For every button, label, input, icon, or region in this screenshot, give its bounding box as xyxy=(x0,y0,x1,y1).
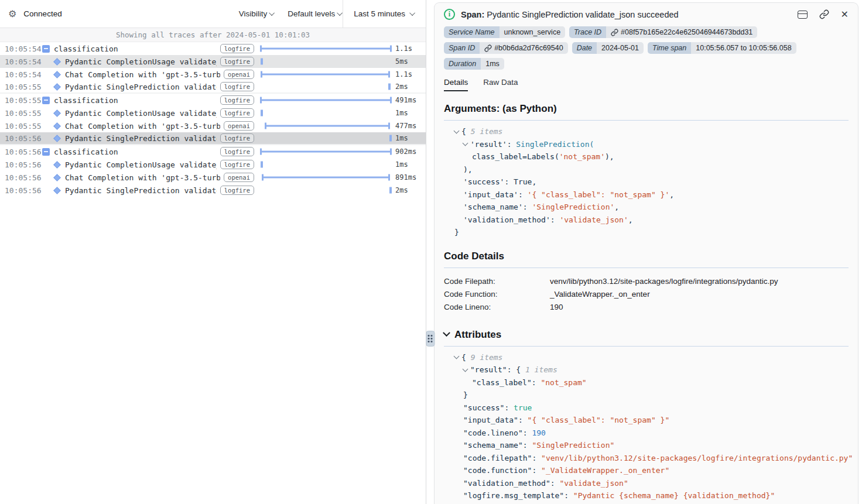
meta-badge: Time span10:05:56.057 to 10:05:56.058 xyxy=(648,42,796,54)
section-rule xyxy=(444,120,849,121)
tag-badge: logfire xyxy=(220,133,254,143)
attributes-json-block: { 9 items"result": { 1 items"class_label… xyxy=(444,351,849,504)
code-detail-label: Code Lineno: xyxy=(444,301,550,314)
row-duration: 2ms xyxy=(395,186,426,194)
code-line: } xyxy=(444,389,849,402)
arguments-heading: Arguments: (as Python) xyxy=(444,103,849,115)
span-diamond-icon xyxy=(53,187,61,194)
info-icon: i xyxy=(444,9,455,20)
row-time: 10:05:56 xyxy=(5,173,39,182)
visibility-dropdown[interactable]: Visibility xyxy=(239,9,275,18)
row-time: 10:05:54 xyxy=(5,44,39,53)
divider-drag-handle-icon[interactable] xyxy=(426,331,435,347)
settings-gear-icon[interactable]: ⚙ xyxy=(8,8,16,19)
panel-divider[interactable] xyxy=(426,0,434,504)
default-levels-dropdown[interactable]: Default levels xyxy=(288,9,343,18)
timeline-track xyxy=(260,55,392,68)
chevron-down-icon xyxy=(443,329,450,337)
meta-badge: Trace ID#08f57b165e22c4e625046944673bdd3… xyxy=(569,26,757,38)
meta-badge: Date2024-05-01 xyxy=(572,42,644,54)
duration-bar xyxy=(260,149,392,155)
badge-label: Date xyxy=(572,42,597,54)
copy-link-button[interactable] xyxy=(819,9,829,19)
tag-badge: logfire xyxy=(220,82,254,91)
trace-row[interactable]: 10:05:54Chat Completion with 'gpt-3.5-tu… xyxy=(0,68,426,81)
collapse-square-icon[interactable] xyxy=(42,148,50,156)
time-range-dropdown[interactable]: Last 5 minutes xyxy=(343,0,426,28)
span-diamond-icon xyxy=(53,122,61,130)
timeline-track xyxy=(260,68,392,81)
code-line: } xyxy=(444,502,849,504)
collapse-chevron-icon[interactable] xyxy=(454,128,460,133)
span-name: Pydantic CompletionUsage validate_python xyxy=(65,57,217,66)
trace-row[interactable]: 10:05:55Pydantic SinglePrediction valida… xyxy=(0,81,426,94)
collapse-chevron-icon[interactable] xyxy=(454,354,460,359)
trace-row[interactable]: 10:05:54Pydantic CompletionUsage validat… xyxy=(0,55,426,68)
tag-badge: logfire xyxy=(220,95,254,105)
code-line: 'success': True, xyxy=(444,176,849,188)
span-name: Chat Completion with 'gpt-3.5-turbo-061 xyxy=(65,173,220,182)
app-root: ⚙ Connected Visibility Default levels La… xyxy=(0,0,862,504)
timeline-track xyxy=(260,145,392,158)
duration-bar xyxy=(261,71,390,78)
code-detail-row: Code Lineno:190 xyxy=(444,301,849,314)
code-detail-row: Code Function:_ValidateWrapper._on_enter xyxy=(444,288,849,301)
code-detail-value: _ValidateWrapper._on_enter xyxy=(550,288,650,301)
trace-row[interactable]: 10:05:55Chat Completion with 'gpt-3.5-tu… xyxy=(0,119,426,132)
attributes-toggle[interactable]: Attributes xyxy=(444,329,849,341)
visibility-label: Visibility xyxy=(239,9,268,18)
trace-list: 10:05:54classificationlogfire1.1s10:05:5… xyxy=(0,42,426,504)
trace-row[interactable]: 10:05:55classificationlogfire491ms xyxy=(0,94,426,107)
duration-bar xyxy=(388,84,391,90)
code-detail-row: Code Filepath:venv/lib/python3.12/site-p… xyxy=(444,275,849,288)
code-line: "code.filepath": "venv/lib/python3.12/si… xyxy=(444,452,849,465)
badge-label: Service Name xyxy=(444,26,500,38)
row-time: 10:05:56 xyxy=(5,160,39,169)
trace-row[interactable]: 10:05:56Pydantic SinglePrediction valida… xyxy=(0,132,426,145)
collapse-chevron-icon[interactable] xyxy=(463,140,468,146)
collapse-square-icon[interactable] xyxy=(42,45,50,53)
trace-row[interactable]: 10:05:56Chat Completion with 'gpt-3.5-tu… xyxy=(0,171,426,184)
code-details-rows: Code Filepath:venv/lib/python3.12/site-p… xyxy=(444,275,849,314)
row-duration: 5ms xyxy=(395,57,426,66)
link-icon xyxy=(611,29,618,36)
duration-bar xyxy=(260,46,392,52)
collapse-square-icon[interactable] xyxy=(42,97,50,104)
tag-badge: openai xyxy=(224,70,254,79)
span-name: Pydantic CompletionUsage validate_python xyxy=(65,160,217,169)
tab-raw-data[interactable]: Raw Data xyxy=(483,78,518,91)
span-title-text: Pydantic SinglePrediction validate_json … xyxy=(487,10,678,19)
trace-row[interactable]: 10:05:56Pydantic SinglePrediction valida… xyxy=(0,184,426,197)
trace-row[interactable]: 10:05:56classificationlogfire902ms xyxy=(0,145,426,158)
code-detail-value: 190 xyxy=(550,301,563,314)
badge-value[interactable]: #b0b6da2d76c69540 xyxy=(480,42,567,54)
trace-row[interactable]: 10:05:54classificationlogfire1.1s xyxy=(0,42,426,55)
link-icon xyxy=(819,9,829,19)
span-diamond-icon xyxy=(53,174,61,181)
trace-row[interactable]: 10:05:55Pydantic CompletionUsage validat… xyxy=(0,107,426,119)
duration-bar xyxy=(261,110,263,116)
span-name: Chat Completion with 'gpt-3.5-turbo-061 xyxy=(65,70,220,79)
span-detail-panel: i Span: Pydantic SinglePrediction valida… xyxy=(434,2,858,504)
trace-row[interactable]: 10:05:56Pydantic CompletionUsage validat… xyxy=(0,158,426,171)
timeline-track xyxy=(260,132,392,144)
badge-value[interactable]: #08f57b165e22c4e625046944673bdd31 xyxy=(606,26,757,38)
meta-badge: Duration1ms xyxy=(444,58,504,70)
span-diamond-icon xyxy=(53,71,61,78)
row-time: 10:05:55 xyxy=(5,109,39,118)
span-name: Pydantic SinglePrediction validate_json xyxy=(65,83,217,91)
toggle-panel-button[interactable] xyxy=(798,11,808,19)
span-meta-badges: Service Nameunknown_serviceTrace ID#08f5… xyxy=(444,26,849,70)
duration-bar xyxy=(261,162,263,168)
close-button[interactable]: ✕ xyxy=(841,10,849,19)
row-duration: 491ms xyxy=(395,96,426,104)
timeline-track xyxy=(260,94,392,107)
badge-label: Trace ID xyxy=(569,26,606,38)
collapse-chevron-icon[interactable] xyxy=(463,366,468,372)
tab-details[interactable]: Details xyxy=(444,78,468,91)
timeline-track xyxy=(260,171,392,184)
badge-label: Duration xyxy=(444,58,481,70)
tag-badge: logfire xyxy=(220,57,254,66)
timeline-track xyxy=(260,158,392,171)
tag-badge: logfire xyxy=(220,108,254,118)
